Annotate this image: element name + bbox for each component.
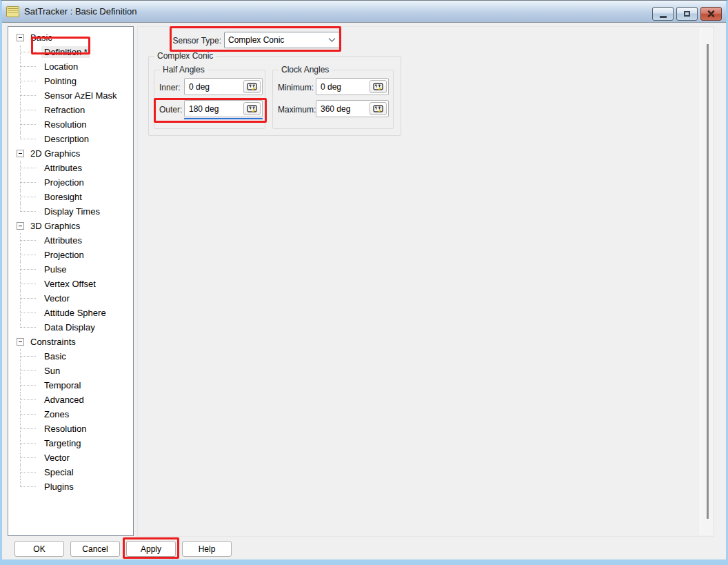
outer-input[interactable] xyxy=(185,104,243,114)
minimum-units-button[interactable] xyxy=(370,80,387,93)
apply-button[interactable]: Apply xyxy=(126,541,176,557)
minimum-input[interactable] xyxy=(316,82,370,92)
tree-item-label[interactable]: Attributes xyxy=(41,162,85,174)
collapse-expander-icon[interactable] xyxy=(17,222,24,230)
maximum-field[interactable] xyxy=(316,100,389,117)
tree-item-label[interactable]: Boresight xyxy=(41,191,85,203)
tree-connector-line xyxy=(20,479,21,487)
close-button[interactable] xyxy=(700,7,722,21)
inner-input[interactable] xyxy=(185,82,243,92)
tree-item-resolution[interactable]: Resolution xyxy=(8,422,133,436)
tree-item-label[interactable]: Vertex Offset xyxy=(41,278,99,290)
inner-field[interactable] xyxy=(184,78,263,95)
tree-item-location[interactable]: Location xyxy=(8,59,133,74)
tree-item-label[interactable]: Resolution xyxy=(41,119,89,130)
tree-item-vector[interactable]: Vector xyxy=(8,450,133,465)
tree-item-label[interactable]: Special xyxy=(41,466,77,478)
tree-item-temporal[interactable]: Temporal xyxy=(8,378,133,393)
tree-item-label[interactable]: Pulse xyxy=(41,264,70,275)
collapse-expander-icon[interactable] xyxy=(17,150,24,157)
collapse-expander-icon[interactable] xyxy=(17,338,24,346)
tree-item-label[interactable]: Attitude Sphere xyxy=(41,307,109,319)
inner-units-button[interactable] xyxy=(243,80,261,93)
maximum-input[interactable] xyxy=(316,104,370,114)
ruler-units-icon xyxy=(373,105,383,113)
tree-item-label[interactable]: Projection xyxy=(41,177,87,188)
tree-item-label[interactable]: Definition * xyxy=(41,46,90,58)
tree-item-description[interactable]: Description xyxy=(8,132,133,146)
tree-item-basic[interactable]: Basic xyxy=(8,30,133,45)
tree-item-label[interactable]: Temporal xyxy=(41,379,83,391)
tree-item-label[interactable]: Refraction xyxy=(41,104,88,116)
tree-item-3d-graphics[interactable]: 3D Graphics xyxy=(8,219,133,233)
minimize-button[interactable] xyxy=(652,7,674,21)
tree-connector-stub xyxy=(21,284,36,284)
maximize-button[interactable] xyxy=(676,7,698,21)
tree-item-label[interactable]: Basic xyxy=(28,32,55,43)
collapse-expander-icon[interactable] xyxy=(17,34,24,41)
tree-item-label[interactable]: Sun xyxy=(41,365,63,377)
tree-item-zones[interactable]: Zones xyxy=(8,407,133,422)
tree-item-resolution[interactable]: Resolution xyxy=(8,117,133,132)
tree-item-label[interactable]: Basic xyxy=(41,350,69,362)
tree-item-sun[interactable]: Sun xyxy=(8,364,133,378)
tree-item-sensor-azel-mask[interactable]: Sensor AzEl Mask xyxy=(8,88,133,103)
tree-item-label[interactable]: Display Times xyxy=(41,206,103,217)
tree-item-2d-graphics[interactable]: 2D Graphics xyxy=(8,146,133,161)
tree-item-definition[interactable]: Definition * xyxy=(8,45,133,59)
tree-item-special[interactable]: Special xyxy=(8,465,133,479)
tree-item-label[interactable]: Description xyxy=(41,133,92,145)
tree-item-constraints[interactable]: Constraints xyxy=(8,335,133,349)
scrollbar-thumb[interactable] xyxy=(707,44,709,519)
minimum-field[interactable] xyxy=(316,78,389,95)
tree-item-data-display[interactable]: Data Display xyxy=(8,320,133,335)
tree-item-label[interactable]: Plugins xyxy=(41,481,77,493)
tree-item-label[interactable]: Projection xyxy=(41,249,87,261)
tree-item-basic[interactable]: Basic xyxy=(8,349,133,364)
tree-item-attitude-sphere[interactable]: Attitude Sphere xyxy=(8,306,133,320)
tree-item-label[interactable]: Resolution xyxy=(41,423,89,435)
tree-connector-stub xyxy=(21,66,36,67)
tree-item-label[interactable]: Pointing xyxy=(41,75,79,87)
tree-item-label[interactable]: Sensor AzEl Mask xyxy=(41,90,120,101)
tree-item-advanced[interactable]: Advanced xyxy=(8,393,133,407)
tree-item-projection[interactable]: Projection xyxy=(8,248,133,262)
tree-item-attributes[interactable]: Attributes xyxy=(8,233,133,248)
tree-item-projection[interactable]: Projection xyxy=(8,175,133,190)
tree-item-label[interactable]: 2D Graphics xyxy=(28,148,83,159)
outer-field[interactable] xyxy=(184,100,263,117)
vertical-scrollbar[interactable] xyxy=(700,28,713,535)
tree-item-label[interactable]: Attributes xyxy=(41,235,85,246)
tree-item-label[interactable]: Location xyxy=(41,61,81,72)
tree-item-pointing[interactable]: Pointing xyxy=(8,74,133,88)
outer-units-button[interactable] xyxy=(243,102,261,115)
cancel-button[interactable]: Cancel xyxy=(70,541,120,557)
tree-item-pulse[interactable]: Pulse xyxy=(8,262,133,277)
tree-connector-line xyxy=(20,132,21,139)
tree-item-label[interactable]: Vector xyxy=(41,452,72,464)
tree-item-vertex-offset[interactable]: Vertex Offset xyxy=(8,277,133,291)
tree-item-display-times[interactable]: Display Times xyxy=(8,204,133,219)
ok-button[interactable]: OK xyxy=(14,541,64,557)
tree-item-label[interactable]: Data Display xyxy=(41,321,98,333)
help-button[interactable]: Help xyxy=(182,541,232,557)
tree-item-label[interactable]: Vector xyxy=(41,293,72,304)
titlebar[interactable]: SatTracker : Basic Definition xyxy=(2,1,726,23)
complex-conic-legend: Complex Conic xyxy=(154,51,216,61)
tree-item-label[interactable]: Constraints xyxy=(28,336,79,348)
tree-item-boresight[interactable]: Boresight xyxy=(8,190,133,204)
tree-item-label[interactable]: Targeting xyxy=(41,437,83,449)
maximum-units-button[interactable] xyxy=(370,102,387,115)
tree-item-targeting[interactable]: Targeting xyxy=(8,436,133,450)
tree-item-refraction[interactable]: Refraction xyxy=(8,103,133,117)
tree-item-attributes[interactable]: Attributes xyxy=(8,161,133,175)
tree-item-plugins[interactable]: Plugins xyxy=(8,479,133,494)
tree-connector-stub xyxy=(21,327,36,328)
tree-connector-stub xyxy=(21,182,36,183)
tree-item-vector[interactable]: Vector xyxy=(8,291,133,306)
sensor-type-dropdown[interactable]: Complex Conic xyxy=(224,32,341,48)
tree-item-label[interactable]: 3D Graphics xyxy=(28,220,83,232)
tree-item-label[interactable]: Zones xyxy=(41,408,72,420)
tree-connector-stub xyxy=(21,443,36,444)
tree-item-label[interactable]: Advanced xyxy=(41,394,87,406)
